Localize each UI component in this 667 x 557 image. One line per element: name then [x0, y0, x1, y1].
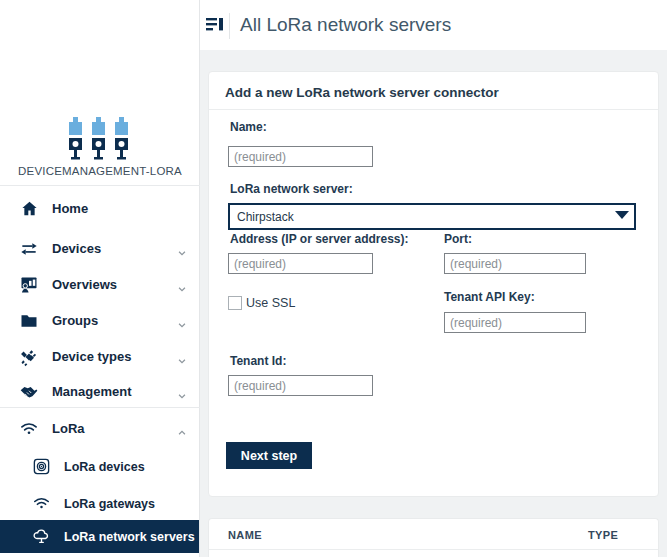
address-input[interactable] — [228, 253, 373, 274]
chevron-up-icon — [177, 424, 187, 434]
sidebar-item-label: Device types — [52, 349, 132, 364]
chevron-down-icon — [177, 280, 187, 290]
sidebar-divider — [0, 407, 200, 408]
app-name-label: DEVICEMANAGEMENT-LORA — [0, 165, 200, 177]
next-step-button[interactable]: Next step — [226, 442, 312, 469]
port-label: Port: — [444, 232, 472, 246]
use-ssl-field: Use SSL — [228, 296, 295, 310]
network-servers-table: NAME TYPE — [208, 518, 659, 557]
handshake-icon — [19, 382, 39, 402]
card-title: Add a new LoRa network server connector — [225, 85, 499, 100]
sidebar-item-lora-network-servers[interactable]: LoRa network servers — [0, 520, 199, 553]
chevron-down-icon — [177, 244, 187, 254]
sidebar-item-label: LoRa gateways — [64, 497, 155, 511]
chevron-down-icon — [177, 352, 187, 362]
port-input[interactable] — [444, 253, 586, 274]
sidebar-item-label: Overviews — [52, 277, 117, 292]
presentation-icon — [19, 275, 39, 295]
sidebar-item-devices[interactable]: Devices — [0, 232, 199, 265]
sidebar-item-label: LoRa network servers — [64, 530, 195, 544]
title-divider — [229, 13, 230, 39]
use-ssl-label: Use SSL — [246, 296, 295, 310]
name-label: Name: — [230, 120, 267, 134]
use-ssl-checkbox[interactable] — [228, 296, 242, 310]
plug-connection-icon — [19, 347, 39, 367]
connectors-icon — [60, 117, 140, 161]
sidebar-item-label: Management — [52, 384, 131, 399]
sidebar-divider — [0, 185, 200, 186]
exchange-arrows-icon — [19, 239, 39, 259]
cloud-icon — [31, 527, 51, 547]
sidebar-item-management[interactable]: Management — [0, 375, 199, 408]
card-divider — [209, 109, 658, 110]
tenant-id-input[interactable] — [228, 375, 373, 396]
table-header-name: NAME — [228, 529, 262, 541]
chevron-down-icon — [177, 387, 187, 397]
select-value: Chirpstack — [230, 210, 294, 224]
select-caret-icon — [615, 211, 629, 219]
home-icon — [19, 199, 39, 219]
server-label: LoRa network server: — [230, 182, 353, 196]
concentric-circles-icon — [31, 457, 51, 477]
panel-collapse-icon[interactable] — [205, 16, 225, 34]
wifi-icon — [31, 494, 51, 514]
sidebar-item-label: Home — [52, 201, 88, 216]
sidebar-item-label: LoRa — [52, 421, 85, 436]
page-title: All LoRa network servers — [240, 14, 451, 36]
sidebar-item-overviews[interactable]: Overviews — [0, 268, 199, 301]
tenant-api-key-input[interactable] — [444, 312, 586, 333]
name-input[interactable] — [228, 146, 373, 167]
sidebar-item-lora-gateways[interactable]: LoRa gateways — [0, 487, 199, 520]
folder-icon — [19, 311, 39, 331]
lora-network-server-select[interactable]: Chirpstack — [228, 203, 636, 230]
tenant-id-label: Tenant Id: — [230, 354, 286, 368]
sidebar-item-lora[interactable]: LoRa — [0, 412, 199, 445]
sidebar-item-label: LoRa devices — [64, 460, 145, 474]
tenant-api-key-label: Tenant API Key: — [444, 290, 535, 304]
add-connector-card: Add a new LoRa network server connector … — [208, 71, 659, 497]
chevron-down-icon — [177, 316, 187, 326]
wifi-icon — [19, 419, 39, 439]
sidebar: DEVICEMANAGEMENT-LORA Home Devices — [0, 0, 200, 557]
table-header-divider — [209, 549, 658, 550]
sidebar-item-label: Groups — [52, 313, 98, 328]
sidebar-item-home[interactable]: Home — [0, 192, 199, 225]
sidebar-item-lora-devices[interactable]: LoRa devices — [0, 450, 199, 483]
sidebar-item-groups[interactable]: Groups — [0, 304, 199, 337]
sidebar-item-device-types[interactable]: Device types — [0, 340, 199, 373]
sidebar-item-label: Devices — [52, 241, 101, 256]
table-header-type: TYPE — [588, 529, 618, 541]
address-label: Address (IP or server address): — [230, 232, 409, 246]
